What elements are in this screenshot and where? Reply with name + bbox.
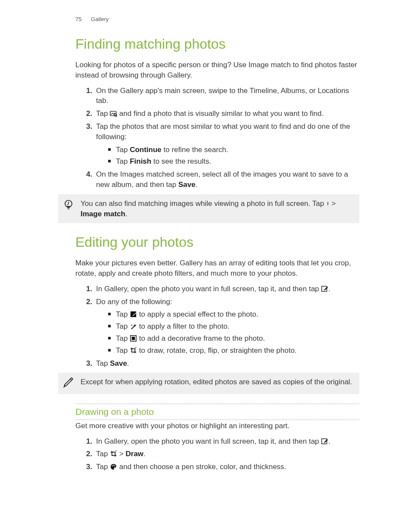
sub-item: Tap to apply a special effect to the pho… xyxy=(108,309,359,320)
step-item: On the Gallery app's main screen, swipe … xyxy=(94,86,359,106)
edit-photo-icon xyxy=(321,285,328,292)
effect-icon xyxy=(130,311,137,318)
step-item: In Gallery, open the photo you want in f… xyxy=(94,436,359,447)
step-item: In Gallery, open the photo you want in f… xyxy=(94,284,359,294)
step-item: Tap > Draw. xyxy=(94,449,359,459)
step-item: Tap Save. xyxy=(94,358,359,369)
sub-item: Tap Continue to refine the search. xyxy=(108,145,359,155)
sub-item: Tap to draw, rotate, crop, flip, or stra… xyxy=(108,345,359,356)
palette-icon xyxy=(110,463,117,470)
crop-icon xyxy=(110,450,117,457)
heading-drawing-on-a-photo: Drawing on a photo xyxy=(75,405,359,418)
steps-list: In Gallery, open the photo you want in f… xyxy=(75,436,359,472)
image-search-icon xyxy=(110,110,117,117)
subheading-block: Drawing on a photo xyxy=(75,404,359,420)
step-item: Tap and then choose a pen stroke, color,… xyxy=(94,462,359,472)
page-number: 75 xyxy=(75,16,81,22)
step-item: Do any of the following: Tap to apply a … xyxy=(94,297,359,356)
step-item: On the Images matched screen, select all… xyxy=(94,169,359,190)
frame-icon xyxy=(130,335,137,342)
step-item: Tap and find a photo that is visually si… xyxy=(94,109,359,119)
edit-photo-icon xyxy=(321,438,328,445)
intro-paragraph: Get more creative with your photos or hi… xyxy=(75,421,359,431)
crop-icon xyxy=(130,347,137,354)
intro-paragraph: Looking for photos of a specific person … xyxy=(75,60,359,81)
running-header: 75 Gallery xyxy=(75,16,359,23)
sub-list: Tap to apply a special effect to the pho… xyxy=(96,309,359,355)
intro-paragraph: Make your pictures even better. Gallery … xyxy=(75,258,359,279)
sub-item: Tap to add a decorative frame to the pho… xyxy=(108,333,359,344)
tip-callout: You can also find matching images while … xyxy=(58,194,359,224)
filter-wand-icon xyxy=(130,323,137,330)
overflow-menu-icon xyxy=(326,200,330,207)
divider xyxy=(75,404,359,404)
note-callout: Except for when applying rotation, edite… xyxy=(58,373,359,394)
heading-finding-matching-photos: Finding matching photos xyxy=(75,34,359,54)
sub-item: Tap to apply a filter to the photo. xyxy=(108,321,359,332)
tip-lightbulb-icon xyxy=(62,199,75,211)
heading-editing-your-photos: Editing your photos xyxy=(75,233,359,252)
manual-page: 75 Gallery Finding matching photos Looki… xyxy=(0,0,411,532)
sub-item: Tap Finish to see the results. xyxy=(108,156,359,167)
section-name: Gallery xyxy=(91,16,109,22)
step-item: Tap the photos that are most similar to … xyxy=(94,121,359,167)
sub-list: Tap Continue to refine the search. Tap F… xyxy=(96,145,359,167)
divider xyxy=(75,420,359,420)
note-pencil-icon xyxy=(62,377,75,389)
steps-list: On the Gallery app's main screen, swipe … xyxy=(75,86,359,190)
steps-list: In Gallery, open the photo you want in f… xyxy=(75,284,359,369)
